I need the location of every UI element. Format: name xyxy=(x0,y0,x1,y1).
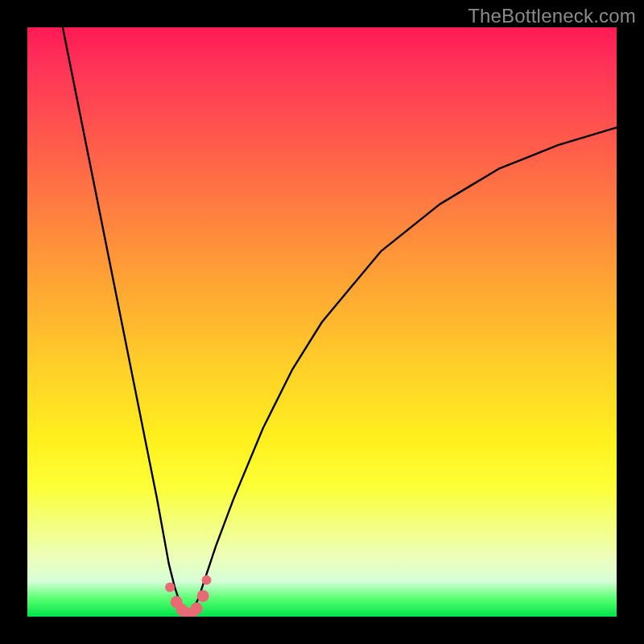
watermark-text: TheBottleneck.com xyxy=(468,5,636,27)
bottleneck-curve xyxy=(63,27,617,617)
highlight-dot xyxy=(165,582,175,592)
highlight-dots xyxy=(165,576,211,617)
highlight-dot xyxy=(191,602,203,614)
chart-frame: TheBottleneck.com xyxy=(0,0,644,644)
highlight-dot xyxy=(202,576,212,585)
curve-svg xyxy=(27,27,617,617)
plot-area xyxy=(27,27,617,617)
highlight-dot xyxy=(197,590,209,602)
